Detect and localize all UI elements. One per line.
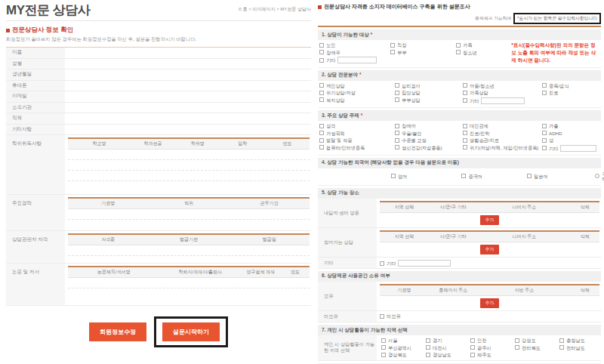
checkbox[interactable] — [395, 97, 399, 102]
checkbox[interactable] — [456, 50, 461, 54]
other-input[interactable] — [398, 260, 451, 267]
checkbox[interactable] — [463, 83, 467, 88]
checkbox-item: 대전시 — [426, 345, 470, 350]
checkbox[interactable] — [319, 50, 324, 54]
checkbox[interactable] — [391, 174, 396, 178]
checkbox-label: 기타 — [470, 98, 479, 103]
question-4-header: 4. 상담 가능한 외국어 (해당사항 없을 경우 다음 설문으로 이동) — [318, 158, 601, 168]
checkbox[interactable] — [542, 83, 547, 88]
checkbox[interactable] — [395, 91, 399, 95]
other-input[interactable] — [481, 97, 525, 104]
info-row-label: 이메일 — [6, 91, 65, 102]
checkbox-label: 노인 — [326, 42, 335, 48]
checkbox[interactable] — [559, 338, 564, 343]
profile-panel: MY전문 상담사 ⌂ 홈 > 마이페이지 > MY전문 상담사 전문상담사 정보… — [6, 2, 311, 347]
info-row-label: 기타사항 — [6, 125, 65, 135]
papers-header-strip: 논문제목/저서명학회지/게재지/출판사연구업적 게재연도 — [68, 266, 310, 278]
checkbox[interactable] — [463, 91, 467, 95]
checkbox[interactable] — [395, 145, 399, 150]
radio[interactable] — [595, 174, 599, 178]
checkbox[interactable] — [395, 83, 399, 88]
checkbox[interactable] — [470, 338, 475, 343]
checkbox[interactable] — [319, 43, 324, 48]
checkbox[interactable] — [395, 131, 399, 135]
start-survey-button[interactable]: 설문시작하기 — [162, 322, 220, 341]
other-input[interactable] — [560, 145, 596, 152]
checkbox[interactable] — [319, 145, 324, 150]
checkbox[interactable] — [463, 124, 467, 128]
checkbox[interactable] — [461, 174, 466, 178]
question-5-header: 5. 상담 가능 장소 — [318, 188, 601, 199]
checkbox[interactable] — [559, 345, 564, 350]
info-row: 휴대폰 — [6, 81, 311, 92]
checkbox[interactable] — [319, 91, 324, 95]
other-input[interactable] — [337, 57, 377, 63]
checkbox[interactable] — [470, 353, 475, 357]
checkbox[interactable] — [380, 314, 384, 319]
checkbox[interactable] — [542, 146, 547, 150]
checkbox-item: 직장 — [390, 42, 456, 48]
checkbox[interactable] — [390, 43, 395, 48]
checkbox-item: 강원도 — [515, 338, 559, 343]
other-option: 기타 — [380, 260, 599, 267]
question-3-body: 성격가정폭력발달 및 적응컴퓨터/인터넷중독 장애아우울/불안수준별 교정정신건… — [318, 121, 601, 156]
checkbox[interactable] — [381, 353, 386, 357]
checkbox[interactable] — [542, 91, 547, 95]
checkbox-label: 장애아 — [402, 123, 416, 128]
checkbox[interactable] — [463, 131, 467, 135]
checkbox[interactable] — [470, 345, 475, 350]
checkbox[interactable] — [426, 338, 430, 343]
checkbox[interactable] — [426, 345, 430, 350]
checkbox-item: ADHD — [542, 131, 596, 136]
checkbox[interactable] — [319, 138, 324, 143]
highlight-frame: 설문시작하기 — [154, 316, 228, 347]
checkbox[interactable] — [463, 145, 467, 150]
checkbox[interactable] — [395, 124, 399, 128]
question-1-header: 1. 상담이 가능한 대상* — [318, 29, 601, 40]
checkbox-label: 일본어 — [534, 174, 548, 179]
checkbox-item: 전라북도 — [515, 345, 559, 350]
checkbox[interactable] — [319, 124, 324, 128]
checkbox[interactable] — [542, 124, 547, 128]
breadcrumb[interactable]: ⌂ 홈 > 마이페이지 > MY전문 상담사 — [239, 6, 311, 13]
checkbox[interactable] — [381, 345, 386, 350]
checkbox[interactable] — [542, 138, 547, 143]
checkbox-item: 부부 — [390, 50, 456, 55]
checkbox-label: 성 — [549, 137, 553, 143]
checkbox-label: 경상남도 — [433, 352, 451, 357]
career-row: 주요경력 기관명직위근무기간 — [6, 195, 311, 231]
checkbox[interactable] — [381, 338, 386, 343]
checkbox[interactable] — [463, 138, 467, 143]
edit-info-button[interactable]: 회원정보수정 — [89, 322, 146, 341]
checkbox[interactable] — [426, 353, 430, 357]
info-row-label: 소속기관 — [6, 103, 65, 113]
info-row: 기타사항 — [6, 125, 311, 136]
checkbox-label: 경상북도 — [388, 352, 407, 357]
checkbox-item: 수준별 교정 — [395, 137, 463, 143]
checkbox-label: 개인상담 — [326, 83, 345, 88]
checkbox[interactable] — [515, 338, 519, 343]
checkbox[interactable] — [395, 138, 399, 143]
checkbox[interactable] — [463, 98, 467, 103]
checkbox-label: 전라북도 — [522, 345, 541, 350]
add-button[interactable]: 추가 — [480, 215, 500, 225]
checkbox[interactable] — [456, 43, 461, 48]
checkbox[interactable] — [527, 174, 532, 178]
checkbox-label: 중국어 — [468, 174, 482, 179]
add-button[interactable]: 추가 — [480, 245, 500, 254]
checkbox-label: 대인관계 — [470, 123, 488, 128]
add-button[interactable]: 추가 — [480, 298, 500, 308]
checkbox[interactable] — [319, 97, 324, 102]
checkbox[interactable] — [380, 261, 384, 266]
home-icon[interactable]: ⌂ — [239, 6, 242, 11]
other-option: 기타 — [595, 171, 604, 181]
checkbox[interactable] — [390, 50, 395, 54]
checkbox[interactable] — [319, 131, 324, 135]
checkbox[interactable] — [319, 58, 324, 63]
checkbox-label: 영어 — [398, 174, 407, 179]
checkbox[interactable] — [542, 131, 547, 135]
checkbox[interactable] — [515, 345, 519, 350]
checkbox[interactable] — [319, 83, 324, 88]
checkbox-item: 성 — [542, 137, 596, 143]
checkbox-label: 충청남도 — [566, 338, 585, 343]
